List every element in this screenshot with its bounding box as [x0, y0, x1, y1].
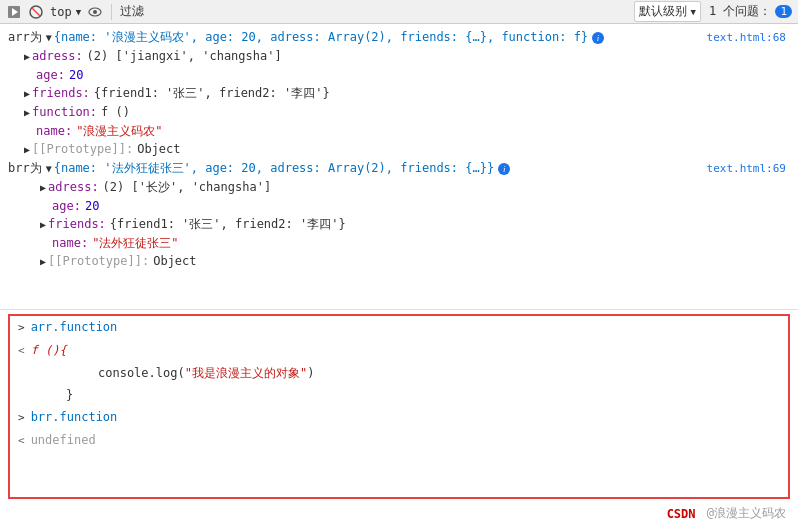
record-icon[interactable] — [6, 4, 22, 20]
svg-line-3 — [32, 8, 40, 16]
brr-name-line: name: "法外狂徒张三" — [0, 234, 798, 252]
console-line-4: } — [10, 384, 788, 406]
brr-adress-key: adress: — [48, 179, 99, 195]
console-func-open: f (){ — [31, 341, 67, 359]
brr-summary: {name: '法外狂徒张三', age: 20, adress: Array(… — [54, 160, 494, 176]
footer-at — [698, 507, 705, 521]
arr-friends-expand[interactable] — [24, 86, 30, 102]
console-line-3: console.log("我是浪漫主义的对象") — [10, 362, 788, 384]
footer: CSDN @浪漫主义码农 — [0, 503, 798, 524]
arr-friends-line: friends: {friend1: '张三', friend2: '李四'} — [0, 84, 798, 103]
default-level-chevron: ▼ — [691, 7, 696, 17]
arr-proto-expand[interactable] — [24, 142, 30, 158]
toolbar-separator-1 — [111, 4, 112, 20]
console-line-1: > arr.function — [10, 316, 788, 339]
arr-age-key: age: — [36, 67, 65, 83]
arr-proto-val: Object — [137, 141, 180, 157]
filter-label: 过滤 — [120, 3, 144, 20]
arr-adress-expand[interactable] — [24, 49, 30, 65]
arr-name-line: name: "浪漫主义码农" — [0, 122, 798, 140]
arr-age-line: age: 20 — [0, 66, 798, 84]
arr-function-key: function: — [32, 104, 97, 120]
svg-point-5 — [93, 10, 97, 14]
top-chevron-icon: ▼ — [76, 7, 81, 17]
brr-proto-expand[interactable] — [40, 254, 46, 270]
brr-adress-line: adress: (2) ['长沙', 'changsha'] — [0, 178, 798, 197]
brr-age-val: 20 — [85, 198, 99, 214]
arr-function-val: f () — [101, 104, 130, 120]
console-arr-function: arr.function — [31, 318, 118, 336]
console-prompt-2: > — [18, 409, 25, 427]
arr-function-line: function: f () — [0, 103, 798, 122]
arr-adress-key: adress: — [32, 48, 83, 64]
console-return-2: < — [18, 432, 25, 450]
console-func-close: } — [66, 386, 73, 404]
brr-name-val: "法外狂徒张三" — [92, 235, 178, 251]
arr-expand-icon[interactable] — [46, 30, 52, 46]
arr-function-expand[interactable] — [24, 105, 30, 121]
default-level-label: 默认级别 — [639, 3, 687, 20]
brr-info-icon[interactable]: i — [498, 163, 510, 175]
arr-info-icon[interactable]: i — [592, 32, 604, 44]
console-line-2: < f (){ — [10, 339, 788, 362]
brr-proto-val: Object — [153, 253, 196, 269]
console-panel: > arr.function < f (){ console.log("我是浪漫… — [8, 314, 790, 499]
brr-label: brr为 — [8, 160, 42, 176]
arr-age-val: 20 — [69, 67, 83, 83]
arr-friends-val: {friend1: '张三', friend2: '李四'} — [94, 85, 330, 101]
arr-summary: {name: '浪漫主义码农', age: 20, adress: Array(… — [54, 29, 588, 45]
arr-adress-line: adress: (2) ['jiangxi', 'changsha'] — [0, 47, 798, 66]
brr-age-line: age: 20 — [0, 197, 798, 215]
console-undefined: undefined — [31, 431, 96, 449]
brr-age-key: age: — [52, 198, 81, 214]
console-line-5: > brr.function — [10, 406, 788, 429]
arr-header-line: arr为 {name: '浪漫主义码农', age: 20, adress: A… — [0, 28, 798, 47]
brr-friends-val: {friend1: '张三', friend2: '李四'} — [110, 216, 346, 232]
console-log-call: console.log("我是浪漫主义的对象") — [98, 364, 314, 382]
console-brr-function: brr.function — [31, 408, 118, 426]
arr-label: arr为 — [8, 29, 42, 45]
arr-proto-key: [[Prototype]]: — [32, 141, 133, 157]
arr-adress-val: (2) ['jiangxi', 'changsha'] — [87, 48, 282, 64]
arr-name-key: name: — [36, 123, 72, 139]
brr-adress-val: (2) ['长沙', 'changsha'] — [103, 179, 272, 195]
issue-badge: 1 个问题： 1 — [709, 3, 792, 20]
arr-proto-line: [[Prototype]]: Object — [0, 140, 798, 159]
brr-adress-expand[interactable] — [40, 180, 46, 196]
top-dropdown[interactable]: top ▼ — [50, 5, 81, 19]
eye-icon[interactable] — [87, 4, 103, 20]
brr-name-key: name: — [52, 235, 88, 251]
stop-icon[interactable] — [28, 4, 44, 20]
brr-header-line: brr为 {name: '法外狂徒张三', age: 20, adress: A… — [0, 159, 798, 178]
arr-name-val: "浪漫主义码农" — [76, 123, 162, 139]
brr-proto-line: [[Prototype]]: Object — [0, 252, 798, 271]
issues-label: 1 个问题： — [709, 3, 771, 20]
main-panel: arr为 {name: '浪漫主义码农', age: 20, adress: A… — [0, 24, 798, 524]
default-level-dropdown[interactable]: 默认级别 ▼ — [634, 1, 701, 22]
console-prompt-1: > — [18, 319, 25, 337]
top-label: top — [50, 5, 72, 19]
inspector-panel: arr为 {name: '浪漫主义码农', age: 20, adress: A… — [0, 24, 798, 310]
footer-brand: CSDN — [667, 507, 696, 521]
arr-source-link[interactable]: text.html:68 — [707, 30, 798, 46]
brr-friends-key: friends: — [48, 216, 106, 232]
brr-expand-icon[interactable] — [46, 161, 52, 177]
console-return-1: < — [18, 342, 25, 360]
toolbar-right: 默认级别 ▼ 1 个问题： 1 — [634, 1, 793, 22]
toolbar: top ▼ 过滤 默认级别 ▼ 1 个问题： 1 — [0, 0, 798, 24]
brr-source-link[interactable]: text.html:69 — [707, 161, 798, 177]
brr-proto-key: [[Prototype]]: — [48, 253, 149, 269]
brr-friends-expand[interactable] — [40, 217, 46, 233]
issues-count: 1 — [775, 5, 792, 18]
brr-friends-line: friends: {friend1: '张三', friend2: '李四'} — [0, 215, 798, 234]
console-line-6: < undefined — [10, 429, 788, 452]
arr-friends-key: friends: — [32, 85, 90, 101]
footer-handle: @浪漫主义码农 — [707, 505, 786, 522]
